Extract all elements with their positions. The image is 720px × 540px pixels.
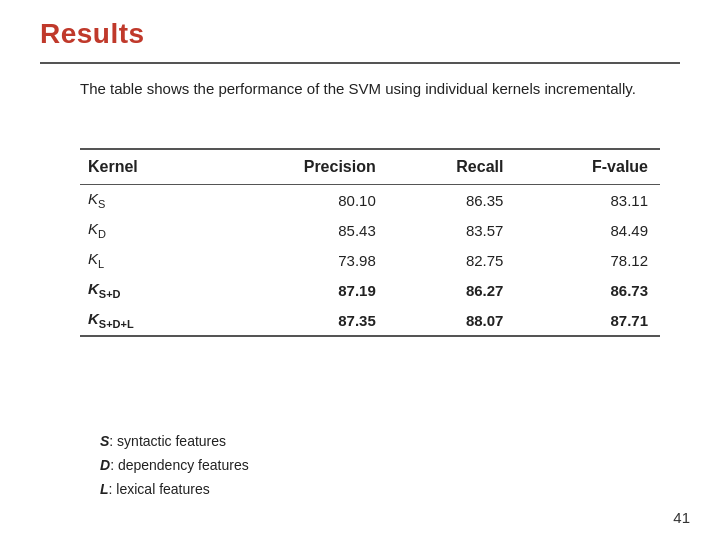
results-table: Kernel Precision Recall F-value KS80.108… [80,148,660,337]
kernel-cell: KL [80,245,213,275]
page-title: Results [40,18,145,50]
kernel-cell: KD [80,215,213,245]
precision-cell: 85.43 [213,215,388,245]
table-row: KL73.9882.7578.12 [80,245,660,275]
fvalue-cell: 78.12 [515,245,660,275]
results-table-container: Kernel Precision Recall F-value KS80.108… [80,148,660,337]
legend-item: S: syntactic features [100,430,249,454]
table-row: KD85.4383.5784.49 [80,215,660,245]
precision-cell: 87.35 [213,305,388,336]
title-divider [40,62,680,64]
fvalue-cell: 84.49 [515,215,660,245]
fvalue-cell: 87.71 [515,305,660,336]
fvalue-cell: 86.73 [515,275,660,305]
recall-cell: 88.07 [388,305,516,336]
legend-item: D: dependency features [100,454,249,478]
kernel-cell: KS+D [80,275,213,305]
table-row: KS+D+L87.3588.0787.71 [80,305,660,336]
col-header-recall: Recall [388,149,516,185]
fvalue-cell: 83.11 [515,185,660,216]
recall-cell: 86.35 [388,185,516,216]
kernel-cell: KS [80,185,213,216]
table-row: KS+D87.1986.2786.73 [80,275,660,305]
table-row: KS80.1086.3583.11 [80,185,660,216]
recall-cell: 82.75 [388,245,516,275]
col-header-precision: Precision [213,149,388,185]
precision-cell: 73.98 [213,245,388,275]
description-text: The table shows the performance of the S… [80,78,660,101]
recall-cell: 83.57 [388,215,516,245]
kernel-cell: KS+D+L [80,305,213,336]
precision-cell: 80.10 [213,185,388,216]
legend-container: S: syntactic featuresD: dependency featu… [100,430,249,501]
precision-cell: 87.19 [213,275,388,305]
recall-cell: 86.27 [388,275,516,305]
col-header-fvalue: F-value [515,149,660,185]
col-header-kernel: Kernel [80,149,213,185]
slide-number: 41 [673,509,690,526]
legend-item: L: lexical features [100,478,249,502]
table-header-row: Kernel Precision Recall F-value [80,149,660,185]
